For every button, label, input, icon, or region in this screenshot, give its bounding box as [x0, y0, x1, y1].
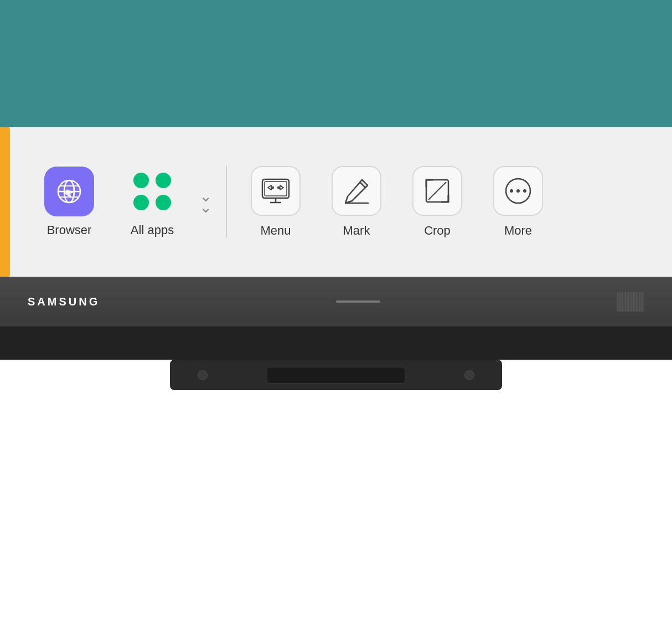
screw-right [464, 370, 474, 380]
crop-icon [422, 175, 453, 206]
svg-line-11 [428, 182, 446, 200]
yellow-accent-bar [0, 127, 10, 277]
dot-1 [133, 173, 149, 188]
speaker-grille [617, 292, 644, 312]
tv-stand-base [170, 360, 502, 390]
menu-label: Menu [260, 224, 291, 238]
more-icon-wrapper [493, 166, 543, 216]
browser-label: Browser [47, 223, 92, 237]
svg-rect-5 [262, 179, 289, 198]
browser-icon [55, 177, 84, 206]
samsung-logo: SAMSUNG [28, 295, 100, 308]
menu-icon [260, 178, 291, 204]
taskbar-inner: Browser All apps ⌄ ⌄ [11, 127, 661, 277]
mark-tool-item[interactable]: Mark [316, 156, 397, 248]
all-apps-dots-grid [131, 170, 174, 213]
chevron-down-button[interactable]: ⌄ ⌄ [194, 189, 218, 215]
browser-icon-wrapper [44, 167, 94, 216]
svg-point-14 [516, 189, 520, 193]
menu-icon-wrapper [251, 166, 301, 216]
crop-label: Crop [424, 224, 451, 238]
pen-slot [336, 300, 380, 303]
dot-2 [156, 173, 171, 188]
menu-tool-item[interactable]: Menu [235, 156, 316, 248]
tv-bottom-black [0, 326, 672, 360]
more-label: More [504, 224, 532, 238]
svg-point-15 [523, 189, 526, 193]
all-apps-icon-wrapper [127, 167, 177, 216]
mark-icon-wrapper [332, 166, 381, 216]
stand-slot [267, 367, 405, 383]
chevron-down-icon-2: ⌄ [199, 200, 212, 215]
white-space-below [0, 398, 672, 617]
teal-background [0, 0, 672, 127]
dot-3 [133, 195, 149, 210]
screw-left [198, 370, 208, 380]
all-apps-label: All apps [131, 223, 174, 237]
browser-app-item[interactable]: Browser [28, 155, 111, 248]
crop-icon-wrapper [412, 166, 462, 216]
toolbar-divider [226, 166, 227, 238]
dot-4 [156, 195, 171, 210]
browser-icon-bg [44, 167, 94, 216]
more-tool-item[interactable]: More [478, 156, 559, 248]
mark-icon [341, 175, 372, 206]
crop-tool-item[interactable]: Crop [397, 156, 478, 248]
taskbar-panel: Browser All apps ⌄ ⌄ [0, 127, 672, 277]
tv-hardware-bar: SAMSUNG [0, 277, 672, 326]
svg-rect-6 [265, 182, 287, 196]
svg-point-13 [510, 189, 513, 193]
mark-label: Mark [343, 224, 370, 238]
all-apps-item[interactable]: All apps [111, 155, 194, 248]
more-icon [503, 175, 534, 206]
